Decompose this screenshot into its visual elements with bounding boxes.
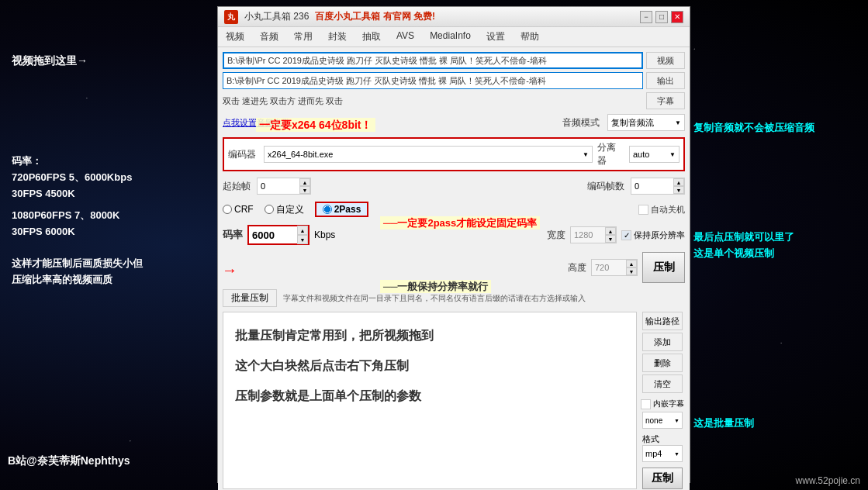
subtitle-none-combo[interactable]: none ▼ xyxy=(642,412,683,429)
bitrate-down[interactable]: ▼ xyxy=(297,235,308,244)
encode-threads-down[interactable]: ▼ xyxy=(673,186,684,194)
subtitle-path: 双击 速进先 双击方 进而先 双击 xyxy=(223,95,643,107)
batch-drop-area[interactable]: 批量压制肯定常用到，把所视频拖到 这个大白块然后点击右下角压制 压制参数就是上面… xyxy=(223,312,637,489)
clear-button[interactable]: 清空 xyxy=(642,374,683,393)
frame-row: 起始帧 0 ▲ ▼ 编码帧数 0 ▲ ▼ xyxy=(223,178,685,195)
crf-radio[interactable]: CRF xyxy=(223,204,254,215)
menu-mediainfo[interactable]: MediaInfo xyxy=(427,29,474,45)
menu-help[interactable]: 帮助 xyxy=(517,29,542,45)
bottom-area: 批量压制肯定常用到，把所视频拖到 这个大白块然后点击右下角压制 压制参数就是上面… xyxy=(223,312,685,489)
menu-pack[interactable]: 封装 xyxy=(325,29,350,45)
height-down[interactable]: ▼ xyxy=(626,267,637,275)
audio-mode-combo[interactable]: 复制音频流 ▼ xyxy=(607,114,685,131)
subtitle-note: 字幕文件和视频文件在同一目录下且同名，不同名仅有语言后缀的话请在右方选择或输入 xyxy=(283,293,685,304)
format-arrow: ▼ xyxy=(674,451,680,457)
start-frame-input[interactable]: 0 ▲ ▼ xyxy=(257,178,311,195)
delete-button[interactable]: 删除 xyxy=(642,354,683,372)
encoder-row: 编码器 x264_64-8bit.exe ▼ 分离器 auto ▼ xyxy=(223,137,685,171)
pass-mode-row: CRF 自定义 2Pass 自动关机 xyxy=(223,202,685,217)
final-note: 最后点压制就可以里了 这是单个视频压制 xyxy=(693,229,860,262)
format-combo[interactable]: mp4 ▼ xyxy=(642,445,683,462)
maximize-button[interactable]: □ xyxy=(655,11,668,23)
separator-label: 分离器 xyxy=(597,141,624,167)
auto-close-check[interactable]: 自动关机 xyxy=(638,204,685,216)
menu-video[interactable]: 视频 xyxy=(223,29,247,45)
encoder-arrow: ▼ xyxy=(583,151,589,158)
audio-settings-row: 点我设置音频参数 音频模式 复制音频流 ▼ xyxy=(223,114,685,131)
encode-threads-label: 编码帧数 xyxy=(587,180,624,193)
bitrate-input[interactable]: 6000 ▲ ▼ xyxy=(247,225,310,245)
format-section: 格式 mp4 ▼ xyxy=(642,433,683,462)
bottom-compress-button[interactable]: 压制 xyxy=(642,468,683,489)
subtitle-browse-button[interactable]: 字幕 xyxy=(646,92,685,109)
bitrate-unit: Kbps xyxy=(314,229,335,240)
auto-close-checkbox[interactable] xyxy=(638,205,648,215)
video-input[interactable] xyxy=(223,52,643,69)
bitrate-up[interactable]: ▲ xyxy=(297,226,308,235)
copy-audio-note: 复制音频就不会被压缩音频 xyxy=(693,120,860,136)
drag-label: 视频拖到这里→ xyxy=(12,54,206,68)
right-sidebar-buttons: 输出路径 添加 删除 清空 内嵌字幕 none ▼ 格式 mp4 ▼ xyxy=(640,312,685,489)
embed-subtitle-check[interactable]: 内嵌字幕 xyxy=(641,399,684,409)
audio-mode-label: 音频模式 xyxy=(562,116,600,129)
start-frame-up[interactable]: ▲ xyxy=(299,178,310,186)
separator-combo[interactable]: auto ▼ xyxy=(629,146,680,163)
subtitle-none-arrow: ▼ xyxy=(674,418,680,423)
content-area: 视频 输出 双击 速进先 双击方 进而先 双击 字幕 点我设置音频参数 音频模式… xyxy=(218,47,690,490)
embed-subtitle-checkbox[interactable] xyxy=(641,399,651,409)
height-compress-row: 高度 720 ▲ ▼ 压制 xyxy=(223,252,685,283)
encoder-label: 编码器 xyxy=(228,148,259,161)
batch-label-row: 批量压制 字幕文件和视频文件在同一目录下且同名，不同名仅有语言后缀的话请在右方选… xyxy=(223,289,685,307)
close-button[interactable]: ✕ xyxy=(671,11,683,23)
audio-settings-link[interactable]: 点我设置音频参数 xyxy=(223,117,291,129)
width-label: 宽度 xyxy=(547,229,565,242)
bitrate-main-row: 码率 6000 ▲ ▼ Kbps 宽度 1280 ▲ ▼ ✓ 保持原分辨率 xyxy=(223,225,685,245)
menu-avs[interactable]: AVS xyxy=(393,29,417,45)
batch-text-3: 压制参数就是上面单个压制的参数 xyxy=(235,388,624,405)
separator-arrow: ▼ xyxy=(669,151,676,158)
left-annotations: 视频拖到这里→ 码率： 720P60FPS 5、6000Kbps 30FPS 4… xyxy=(0,0,217,490)
width-down[interactable]: ▼ xyxy=(605,235,616,243)
right-annotations: 复制音频就不会被压缩音频 最后点压制就可以里了 这是单个视频压制 这是批量压制 xyxy=(686,0,868,490)
menu-settings[interactable]: 设置 xyxy=(483,29,508,45)
encoder-combo[interactable]: x264_64-8bit.exe ▼ xyxy=(264,146,593,163)
width-input[interactable]: 1280 ▲ ▼ xyxy=(570,226,617,243)
custom-radio[interactable]: 自定义 xyxy=(265,203,304,216)
output-input[interactable] xyxy=(223,72,643,89)
menubar: 视频 音频 常用 封装 抽取 AVS MediaInfo 设置 帮助 xyxy=(218,27,690,47)
title-main: 百度小丸工具箱 有官网 免费! xyxy=(315,10,435,23)
height-input[interactable]: 720 ▲ ▼ xyxy=(591,259,638,276)
keep-ratio-checkbox[interactable]: ✓ xyxy=(621,230,631,240)
batch-compress-button[interactable]: 批量压制 xyxy=(223,289,277,307)
custom-radio-circle xyxy=(265,205,274,214)
height-label: 高度 xyxy=(568,261,586,274)
subtitle-input-row: 双击 速进先 双击方 进而先 双击 字幕 xyxy=(223,92,685,109)
app-icon: 丸 xyxy=(224,10,238,24)
add-button[interactable]: 添加 xyxy=(642,333,683,351)
height-up[interactable]: ▲ xyxy=(626,260,637,267)
compress-button[interactable]: 压制 xyxy=(642,252,685,283)
bottom-credit: B站@奈芙蒂斯Nephthys xyxy=(8,452,130,470)
encode-threads-up[interactable]: ▲ xyxy=(673,178,684,186)
output-browse-button[interactable]: 输出 xyxy=(646,72,685,89)
output-path-button[interactable]: 输出路径 xyxy=(642,312,683,330)
menu-audio[interactable]: 音频 xyxy=(257,29,282,45)
encode-threads-input[interactable]: 0 ▲ ▼ xyxy=(631,178,685,195)
start-frame-down[interactable]: ▼ xyxy=(299,186,310,194)
keep-ratio-check[interactable]: ✓ 保持原分辨率 xyxy=(621,229,685,241)
minimize-button[interactable]: － xyxy=(640,11,652,23)
video-browse-button[interactable]: 视频 xyxy=(646,52,685,69)
output-input-row: 输出 xyxy=(223,72,685,89)
title-prefix: 小丸工具箱 236 xyxy=(244,10,309,23)
titlebar-controls[interactable]: － □ ✕ xyxy=(640,11,683,23)
bitrate-label: 码率 xyxy=(223,228,243,242)
batch-note: 这是批量压制 xyxy=(693,416,860,430)
menu-common[interactable]: 常用 xyxy=(291,29,316,45)
format-label: 格式 xyxy=(642,433,659,445)
width-up[interactable]: ▲ xyxy=(605,227,616,235)
video-input-row: 视频 xyxy=(223,52,685,69)
titlebar-left: 丸 小丸工具箱 236 百度小丸工具箱 有官网 免费! xyxy=(224,10,435,24)
menu-extract[interactable]: 抽取 xyxy=(359,29,384,45)
quality-info: 这样才能压制后画质损失小但 压缩比率高的视频画质 xyxy=(12,256,206,288)
twopass-radio[interactable]: 2Pass xyxy=(315,202,369,217)
